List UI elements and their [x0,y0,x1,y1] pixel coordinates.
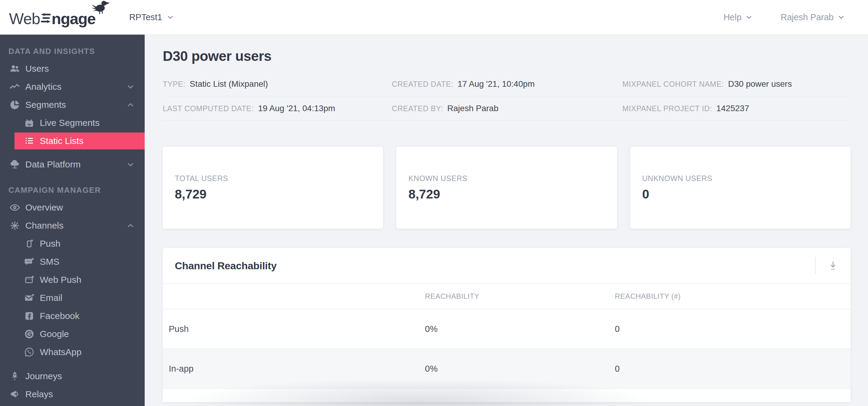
panel-title: Channel Reachability [175,260,277,272]
facebook-icon [24,310,35,322]
user-menu[interactable]: Rajesh Parab [781,12,845,22]
sidebar-item-segments[interactable]: Segments [0,96,145,114]
table-row-push: Push 0% 0 [163,309,850,349]
download-icon [827,260,839,272]
meta-created-by: CREATED BY: Rajesh Parab [392,104,622,113]
sidebar-item-whatsapp[interactable]: WhatsApp [0,343,145,361]
meta-value: 17 Aug '21, 10:40pm [458,79,535,89]
chevron-down-icon [837,13,845,21]
google-icon [24,328,35,340]
relays-icon [9,388,21,400]
webengage-logo[interactable]: Web ngage [9,7,113,28]
chevron-down-icon [745,13,753,21]
project-name: RPTest1 [129,12,162,22]
logo-text-web: Web [9,10,40,28]
sidebar-item-users[interactable]: Users [0,60,145,78]
meta-created-date: CREATED DATE: 17 Aug '21, 10:40pm [392,79,622,89]
stat-card-total-users: TOTAL USERS 8,729 [163,147,383,229]
meta-row-1: TYPE: Static List (Mixpanel) CREATED DAT… [163,72,850,96]
stat-value: 8,729 [175,187,383,202]
logo-text-engage: ngage [52,10,96,28]
logo-exchange-arrows-icon [41,13,51,24]
page-title: D30 power users [163,48,850,64]
sidebar-item-data-platform[interactable]: Data Platform [0,156,145,173]
meta-label: CREATED DATE: [392,80,453,89]
stat-label: UNKNOWN USERS [642,174,850,183]
channels-icon [9,220,21,231]
logo-bird-icon [90,0,113,16]
overview-icon [9,202,21,213]
meta-value: D30 power users [728,79,792,89]
stat-value: 8,729 [408,187,617,202]
meta-value: 19 Aug '21, 04:13pm [258,104,335,113]
chevron-up-icon [126,221,135,230]
meta-row-2: LAST COMPUTED DATE: 19 Aug '21, 04:13pm … [163,96,850,121]
channels-children: Push SMS Web Push Email Facebook Google [0,235,145,361]
chevron-down-icon [126,82,135,91]
users-icon [9,63,21,74]
meta-label: MIXPANEL COHORT NAME: [622,80,724,89]
sidebar-item-web-push[interactable]: Web Push [0,271,145,289]
chevron-up-icon [126,100,135,109]
journeys-icon [9,370,21,382]
section-title-data-and-insights: DATA AND INSIGHTS [8,47,136,56]
stat-card-known-users: KNOWN USERS 8,729 [396,147,617,229]
segments-children: Live Segments Static Lists [0,114,145,149]
sidebar-item-sms[interactable]: SMS [0,253,145,271]
webengage-app: Web ngage RPTest1 [0,0,868,406]
data-platform-icon [9,159,21,170]
reachability-count: 0 [615,324,850,334]
stat-card-unknown-users: UNKNOWN USERS 0 [630,147,850,229]
whatsapp-icon [24,346,35,358]
segment-meta: TYPE: Static List (Mixpanel) CREATED DAT… [163,72,850,121]
project-switcher[interactable]: RPTest1 [129,12,175,22]
meta-label: LAST COMPUTED DATE: [163,104,254,113]
meta-label: MIXPANEL PROJECT ID: [622,104,712,113]
stat-value: 0 [642,187,850,202]
reachability-table-header: REACHABILITY REACHABILITY (#) [163,284,850,309]
section-title-campaign-manager: CAMPAIGN MANAGER [8,185,136,195]
meta-value: Rajesh Parab [447,104,498,113]
divider [815,257,815,274]
channel-name: Push [163,324,425,334]
download-button[interactable] [825,257,841,274]
reachability-value: 0% [425,324,615,334]
sidebar-item-overview[interactable]: Overview [0,199,145,216]
sidebar-item-google[interactable]: Google [0,325,145,343]
sidebar-item-channels[interactable]: Channels [0,216,145,235]
meta-label: CREATED BY: [392,104,443,113]
help-menu[interactable]: Help [724,12,753,22]
sidebar-item-facebook[interactable]: Facebook [0,307,145,325]
chevron-down-icon [166,13,174,21]
analytics-icon [9,81,21,93]
stats-cards: TOTAL USERS 8,729 KNOWN USERS 8,729 UNKN… [163,147,850,229]
live-segments-icon [24,117,35,129]
meta-label: TYPE: [163,80,185,89]
stat-label: KNOWN USERS [408,174,617,183]
sidebar: DATA AND INSIGHTS Users Analytics Segmen… [0,35,145,406]
sidebar-item-push[interactable]: Push [0,235,145,253]
sidebar-item-email[interactable]: Email [0,289,145,307]
column-header-reachability: REACHABILITY [425,292,615,301]
sidebar-item-relays[interactable]: Relays [0,385,145,403]
main-content: D30 power users TYPE: Static List (Mixpa… [145,35,868,406]
meta-last-computed-date: LAST COMPUTED DATE: 19 Aug '21, 04:13pm [163,104,392,113]
sidebar-item-analytics[interactable]: Analytics [0,78,145,96]
topbar: Web ngage RPTest1 [0,0,868,35]
meta-value: 1425237 [716,104,749,113]
meta-mixpanel-project-id: MIXPANEL PROJECT ID: 1425237 [622,104,850,113]
web-push-icon [24,274,35,285]
segments-icon [9,99,21,110]
chevron-down-icon [126,160,135,169]
table-row-in-app: In-app 0% 0 [163,349,850,389]
static-lists-icon [24,135,35,147]
channel-reachability-panel: Channel Reachability REACHABILITY REACHA… [163,248,850,402]
table-row-partial [163,389,850,402]
meta-value: Static List (Mixpanel) [190,79,268,89]
sidebar-item-live-segments[interactable]: Live Segments [0,114,145,132]
sidebar-item-journeys[interactable]: Journeys [0,367,145,385]
sidebar-item-static-lists[interactable]: Static Lists [14,133,145,149]
reachability-count: 0 [615,364,850,374]
meta-mixpanel-cohort-name: MIXPANEL COHORT NAME: D30 power users [622,79,850,89]
meta-type: TYPE: Static List (Mixpanel) [163,79,392,89]
